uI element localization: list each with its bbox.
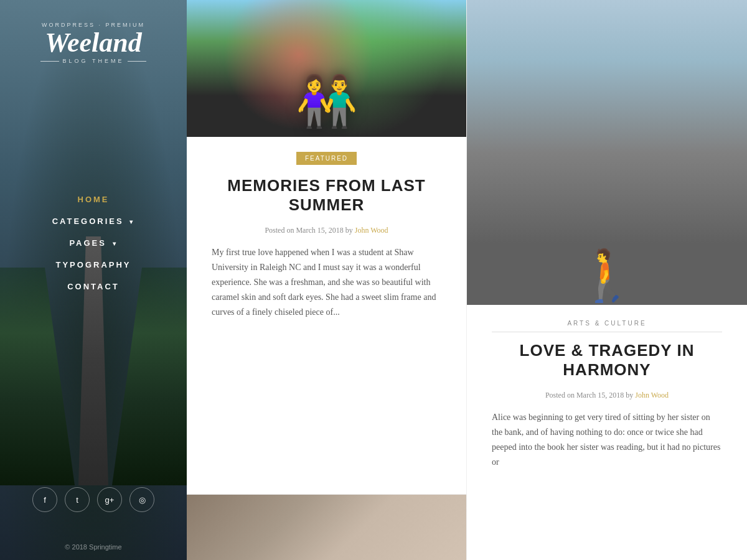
nav-pages[interactable]: PAGES ▾	[0, 232, 187, 254]
article-title-memories: MEMORIES FROM LAST SUMMER	[212, 176, 441, 215]
social-icons: f t g+ ◎	[32, 487, 154, 512]
logo-line-left	[40, 61, 59, 62]
article-title-love: LOVE & TRAGEDY IN HARMONY	[492, 341, 722, 380]
categories-arrow: ▾	[129, 218, 134, 225]
author-link-memories[interactable]: John Wood	[355, 226, 388, 235]
logo-area: WORDPRESS · PREMIUM Weeland BLOG THEME	[40, 22, 147, 64]
sidebar: WORDPRESS · PREMIUM Weeland BLOG THEME H…	[0, 0, 187, 560]
featured-badge: FEATURED	[296, 152, 357, 165]
article-excerpt-memories: My first true love happened when I was a…	[212, 245, 441, 319]
main-content: FEATURED MEMORIES FROM LAST SUMMER Poste…	[187, 0, 747, 560]
author-link-love[interactable]: John Wood	[635, 391, 669, 399]
article-image-guy	[467, 0, 747, 305]
category-label-arts: ARTS & CULTURE	[492, 320, 722, 332]
article-meta-memories: Posted on March 15, 2018 by John Wood	[212, 226, 441, 235]
logo-banner: BLOG THEME	[40, 58, 147, 64]
logo-top-text: WORDPRESS · PREMIUM	[40, 22, 147, 28]
article-image-couple	[187, 0, 466, 137]
article-meta-love: Posted on March 15, 2018 by John Wood	[492, 391, 722, 400]
main-nav: HOME CATEGORIES ▾ PAGES ▾ TYPOGRAPHY CON…	[0, 189, 187, 297]
logo-banner-text: BLOG THEME	[63, 58, 125, 64]
nav-categories[interactable]: CATEGORIES ▾	[0, 210, 187, 232]
logo-line-right	[128, 61, 146, 62]
pages-arrow: ▾	[113, 240, 118, 247]
article-love-tragedy: ARTS & CULTURE LOVE & TRAGEDY IN HARMONY…	[467, 0, 747, 495]
featured-badge-wrapper: FEATURED	[212, 137, 441, 176]
logo-main-text: Weeland	[40, 29, 147, 57]
nav-typography[interactable]: TYPOGRAPHY	[0, 254, 187, 276]
sidebar-content: WORDPRESS · PREMIUM Weeland BLOG THEME H…	[0, 0, 187, 560]
instagram-icon[interactable]: ◎	[129, 487, 154, 512]
googleplus-icon[interactable]: g+	[97, 487, 122, 512]
nav-contact[interactable]: CONTACT	[0, 276, 187, 297]
facebook-icon[interactable]: f	[32, 487, 57, 512]
nav-home[interactable]: HOME	[0, 189, 187, 210]
article-coffee	[187, 495, 467, 560]
article-excerpt-love: Alice was beginning to get very tired of…	[492, 410, 722, 469]
article-memories: FEATURED MEMORIES FROM LAST SUMMER Poste…	[187, 0, 467, 495]
copyright-text: © 2018 Springtime	[65, 543, 121, 551]
article-image-coffee	[187, 495, 466, 560]
twitter-icon[interactable]: t	[65, 487, 90, 512]
